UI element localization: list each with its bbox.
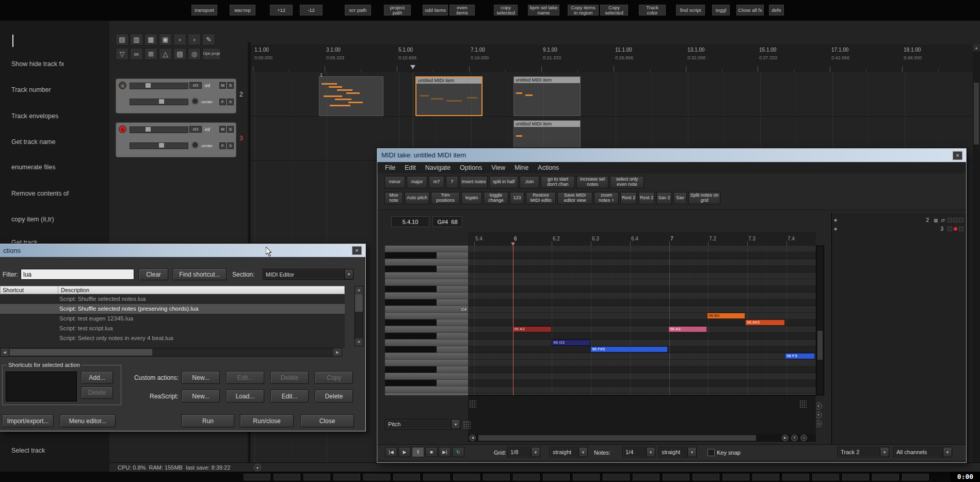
toolbar-button[interactable]: project path bbox=[384, 5, 411, 15]
toolbar-button[interactable] bbox=[872, 474, 899, 480]
menu-options[interactable]: Options bbox=[455, 162, 487, 173]
pan-knob[interactable] bbox=[191, 141, 199, 149]
midi-toolbar-button[interactable]: Save MIDI editor view bbox=[557, 192, 592, 204]
black-key[interactable] bbox=[385, 319, 437, 326]
clear-button[interactable]: Clear bbox=[139, 268, 168, 280]
shortcut-listbox[interactable] bbox=[6, 372, 77, 401]
fx-bypass-button[interactable]: X bbox=[227, 99, 234, 105]
toolbar-button[interactable] bbox=[423, 474, 450, 480]
mute-button[interactable]: M bbox=[219, 126, 226, 133]
fx-button[interactable]: F bbox=[219, 99, 226, 105]
zoom-out-icon[interactable]: − bbox=[800, 435, 807, 441]
repeat-button[interactable]: ↻ bbox=[452, 447, 464, 457]
reascript-load-button[interactable]: Load... bbox=[226, 390, 264, 403]
reascript-new-button[interactable]: New... bbox=[182, 390, 220, 403]
toolbar-button[interactable] bbox=[693, 474, 719, 480]
run-close-button[interactable]: Run/close bbox=[240, 414, 294, 427]
track-option-box[interactable] bbox=[947, 227, 952, 231]
lane-drag-handle[interactable] bbox=[799, 400, 807, 408]
track-panel[interactable]: aI/O-infMScenterFX bbox=[116, 78, 236, 114]
pan-knob[interactable] bbox=[191, 98, 199, 105]
toolbar-button[interactable] bbox=[842, 474, 869, 480]
midi-toolbar-button[interactable]: Auto pitch bbox=[405, 192, 429, 204]
volume-fader[interactable] bbox=[130, 83, 188, 89]
action-list-header[interactable]: Shortcut Description bbox=[0, 286, 345, 294]
table-icon[interactable]: ▦ bbox=[934, 218, 938, 223]
toolbar-button[interactable] bbox=[483, 474, 510, 480]
toolbar-button[interactable]: мастер bbox=[230, 5, 255, 15]
toolbar-button[interactable] bbox=[543, 474, 570, 480]
midi-toolbar-button[interactable]: Rest 2 bbox=[638, 192, 655, 204]
piano-key-b3[interactable] bbox=[385, 313, 468, 319]
black-key[interactable] bbox=[385, 380, 437, 386]
midi-note[interactable]: 96 A3 bbox=[512, 326, 552, 332]
piano-key-d3[interactable] bbox=[385, 373, 468, 380]
hscroll-thumb[interactable] bbox=[478, 435, 756, 441]
toolbar-button[interactable] bbox=[244, 474, 270, 480]
midi-toolbar-button[interactable]: Rest 2 bbox=[620, 192, 637, 204]
fader-handle[interactable] bbox=[159, 143, 164, 148]
piano-key-d4[interactable] bbox=[385, 293, 468, 299]
toolbar-button[interactable]: -12 bbox=[300, 5, 323, 15]
find-shortcut-button[interactable]: Find shortcut... bbox=[173, 268, 227, 280]
track-option-box[interactable] bbox=[947, 218, 952, 222]
zoom-in-icon[interactable]: + bbox=[815, 411, 822, 419]
toolbar-button[interactable]: odd items bbox=[423, 5, 448, 15]
record-arm-button[interactable]: a bbox=[119, 125, 126, 133]
section-select[interactable]: MIDI Editor ▼ bbox=[263, 269, 354, 280]
action-row[interactable]: Script: Shuffle selected notes (preservi… bbox=[0, 304, 345, 314]
delete-shortcut-button[interactable]: Delete bbox=[81, 387, 113, 399]
piano-key-fs4[interactable] bbox=[385, 266, 468, 272]
black-key[interactable] bbox=[385, 366, 437, 373]
toolbar-button[interactable] bbox=[812, 474, 839, 480]
midi-note[interactable]: 96 A#3 bbox=[745, 319, 785, 326]
midi-note[interactable]: 96 G3 bbox=[552, 340, 590, 346]
midi-note[interactable]: 96 A3 bbox=[668, 326, 707, 332]
midi-toolbar-button[interactable]: select only even note bbox=[610, 176, 644, 188]
sidebar-item[interactable]: copy item (it,tr) bbox=[11, 216, 54, 223]
reascript-delete-button[interactable]: Delete bbox=[315, 390, 353, 403]
media-item[interactable]: untitled MIDI item bbox=[513, 76, 581, 116]
midi-toolbar-button[interactable]: legato bbox=[461, 192, 482, 204]
toolbar-button[interactable]: transport bbox=[191, 5, 217, 15]
piano-key-e3[interactable] bbox=[385, 360, 468, 366]
action-list-vscrollbar[interactable]: ▲ ▼ bbox=[355, 286, 363, 346]
toolbar-button[interactable]: even items bbox=[449, 5, 475, 15]
action-row[interactable]: Script: Select only notes in every 4 bea… bbox=[0, 333, 345, 343]
close-icon[interactable]: × bbox=[953, 151, 962, 160]
piano-key-a4[interactable] bbox=[385, 246, 468, 252]
menu-view[interactable]: View bbox=[487, 162, 510, 173]
column-description[interactable]: Description bbox=[58, 286, 89, 294]
black-key[interactable] bbox=[385, 266, 437, 272]
toolbar-button[interactable] bbox=[363, 474, 390, 480]
scroll-right-icon[interactable]: ▶ bbox=[333, 348, 342, 356]
piano-key-ds4[interactable] bbox=[385, 286, 468, 293]
piano-key-gs3[interactable] bbox=[385, 333, 468, 340]
menu-editor-button[interactable]: Menu editor... bbox=[60, 414, 116, 427]
track-select[interactable]: Track 2 ▼ bbox=[838, 447, 889, 457]
fader-handle[interactable] bbox=[159, 99, 164, 104]
zoom-in-icon[interactable]: + bbox=[791, 435, 798, 441]
black-key[interactable] bbox=[385, 286, 437, 292]
piano-key-f3[interactable] bbox=[385, 353, 468, 360]
sidebar-item[interactable]: enumerate files bbox=[11, 164, 55, 171]
midi-note[interactable]: 96 B3 bbox=[707, 313, 745, 319]
toolbar-button[interactable] bbox=[303, 474, 330, 480]
midi-vscrollbar[interactable] bbox=[816, 246, 824, 395]
record-indicator[interactable] bbox=[953, 227, 958, 231]
black-key[interactable] bbox=[385, 346, 437, 352]
sort-icon[interactable]: ⇄ bbox=[941, 218, 945, 223]
scroll-down-icon[interactable]: ▼ bbox=[355, 339, 363, 346]
toolbar-button[interactable] bbox=[274, 474, 300, 480]
zoom-out-icon[interactable]: − bbox=[815, 420, 822, 427]
piano-key-g3[interactable] bbox=[385, 340, 468, 346]
channel-select[interactable]: All channels ▼ bbox=[893, 447, 952, 457]
piano-keys[interactable]: C4 bbox=[385, 246, 468, 395]
diamond-icon[interactable]: ◆ bbox=[834, 218, 837, 222]
scroll-up-icon[interactable]: ▲ bbox=[355, 286, 363, 294]
cc-lane[interactable] bbox=[468, 395, 816, 434]
solo-button[interactable]: S bbox=[227, 82, 234, 89]
midi-toolbar-button[interactable]: Invert notes bbox=[460, 176, 488, 188]
toolbar-button[interactable]: +12 bbox=[270, 5, 293, 15]
close-button[interactable]: Close bbox=[300, 414, 354, 427]
